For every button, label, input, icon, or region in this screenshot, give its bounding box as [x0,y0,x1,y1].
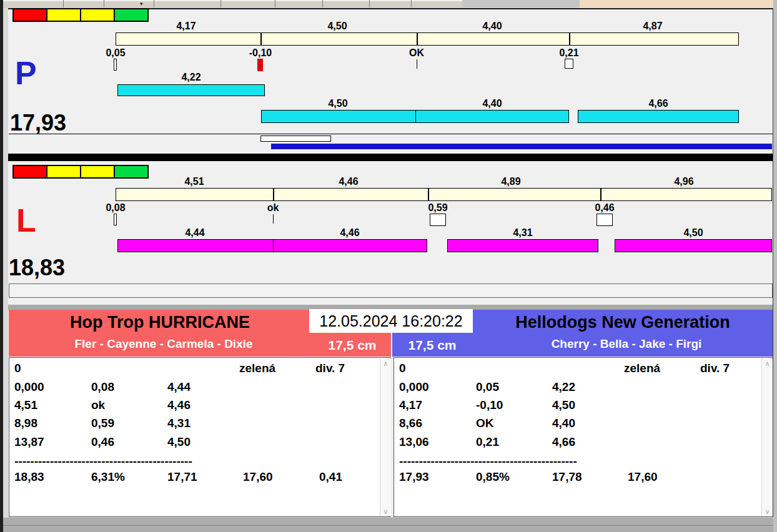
run-division: div. 7 [700,362,730,375]
p-dog-time-label: 4,22 [181,72,200,83]
summary-net-time: 17,71 [167,470,197,484]
left-team-dogs: Fler - Cayenne - Carmela - Dixie [74,337,252,351]
p-split-label: 4,40 [482,21,502,32]
p-dog-bar [261,110,416,123]
l-dog-time-label: 4,46 [340,227,359,239]
p-change-label: 0,05 [106,47,125,59]
window-bottom-line [0,525,777,526]
right-results-table[interactable]: 0 zelená div. 7 0,000 0,05 4,22 4,17 -0,… [393,357,773,517]
p-dog-time-label: 4,66 [648,98,668,109]
p-light-bar [260,135,331,142]
p-dog-bar [578,110,739,123]
left-team-name: Hop Trop HURRICANE [70,313,250,332]
right-table-scrollbar[interactable]: ∧ ∨ [761,358,773,516]
scroll-up-icon[interactable]: ∧ [762,358,773,368]
cell: ok [91,398,105,412]
l-dog-bar [117,239,274,252]
scale-tick [417,33,418,45]
window-left-edge [3,8,8,517]
p-change-marker-fault [257,59,263,71]
strip-divider [154,0,154,7]
p-dog-time-label: 4,40 [482,98,502,109]
window-right-edge [773,0,777,532]
l-split-scale-bar [116,188,772,201]
table-divider: ----------------------------------------… [14,455,192,470]
l-change-label: 0,59 [428,202,447,214]
legend-yellow-box [46,165,81,179]
legend-green-box [114,8,149,22]
window-bottom-strip [0,517,777,532]
scroll-down-icon[interactable]: ∨ [762,506,773,516]
p-dog-bar [117,84,265,96]
cell: 4,17 [399,398,422,412]
left-jump-height: 17,5 cm [328,338,376,353]
summary-total: 18,83 [14,470,44,484]
cell: 4,22 [552,380,575,394]
l-split-label: 4,51 [184,176,204,187]
left-results-table[interactable]: 0 zelená div. 7 0,000 0,08 4,44 4,51 ok … [9,357,391,517]
scroll-down-icon[interactable]: ∨ [380,506,391,516]
l-split-label: 4,96 [674,176,693,187]
cell: 4,51 [14,398,37,412]
strip-divider [411,0,412,7]
summary-total: 17,93 [399,470,429,484]
right-jump-height: 17,5 cm [408,338,456,353]
lane-p-letter: P [15,59,37,87]
summary-net-time: 17,78 [552,470,582,484]
p-split-label: 4,50 [327,21,347,32]
scale-tick [569,33,570,45]
l-dog-bar [447,239,598,252]
background-window-beige[interactable] [580,0,777,8]
chevron-down-icon: ▾ [140,1,143,7]
run-color: zelená [239,362,275,375]
l-dog-time-label: 4,50 [683,227,703,239]
run-color: zelená [624,362,660,375]
l-dog-bar [273,239,427,252]
cell: 4,31 [167,416,191,430]
l-split-label: 4,46 [339,176,358,187]
cell: 0,000 [399,380,429,394]
l-change-marker-tick [114,214,117,225]
cell: 13,06 [399,435,429,449]
strip-divider [369,0,370,7]
strip-plain-segment [462,0,580,7]
p-change-marker-tick [114,59,117,71]
p-divider-line [9,134,773,134]
l-dog-bar [615,239,772,252]
cell: 4,44 [167,380,191,394]
p-change-marker-line [417,59,417,69]
cell: 4,40 [552,416,575,430]
scale-tick [260,33,262,45]
l-progress-strip [9,283,773,298]
cell: 13,87 [14,435,44,449]
table-row: 0 zelená div. 7 [9,362,390,377]
right-team-name: Hellodogs New Generation [515,313,730,332]
left-table-scrollbar[interactable]: ∧ ∨ [380,358,391,516]
p-split-label: 4,87 [643,21,662,32]
cell: 8,66 [399,416,422,430]
legend-green-box [114,165,149,179]
scale-tick [273,189,274,200]
p-split-label: 4,17 [176,21,195,32]
cell: OK [476,416,494,430]
cell: 0,05 [476,380,499,394]
lane-separator [5,154,775,161]
run-number: 0 [14,362,21,375]
cell: 4,50 [167,435,191,449]
scroll-up-icon[interactable]: ∧ [380,358,391,368]
l-change-marker-box [596,214,613,226]
l-change-marker-line [273,214,274,224]
legend-red-box [12,165,47,179]
scale-tick [428,189,429,200]
table-divider: ----------------------------------------… [399,455,577,470]
p-change-label: OK [409,47,424,59]
summary-ref-time: 17,60 [243,470,273,484]
summary-diff: 0,41 [319,470,342,484]
legend-red-box [12,8,47,22]
p-total-time: 17,93 [10,112,66,134]
strip-divider [104,0,104,7]
cell: 0,000 [14,380,44,394]
run-number: 0 [399,362,406,375]
cell: -0,10 [476,398,503,412]
cell: 8,98 [14,416,37,430]
